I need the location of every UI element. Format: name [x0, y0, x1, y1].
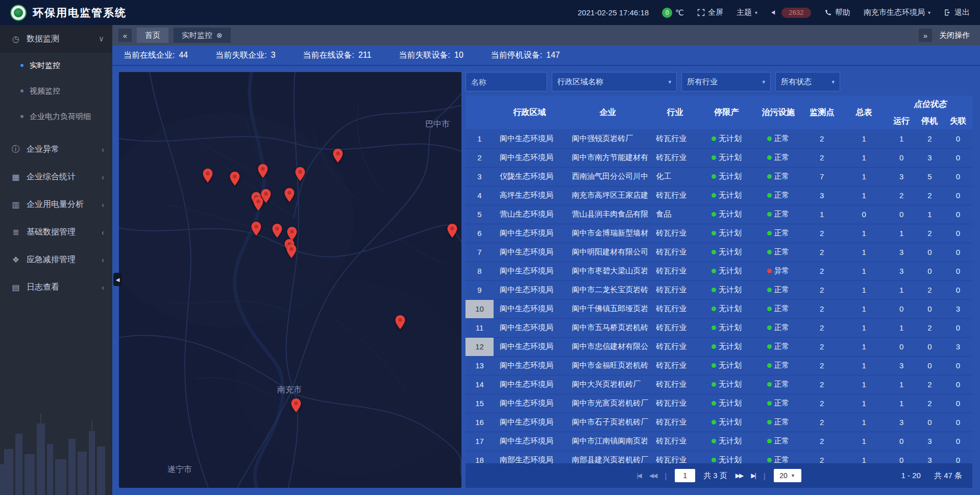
map-pin-icon[interactable]: [229, 171, 240, 186]
sidebar-section-4[interactable]: ≣基础数据管理‹: [0, 218, 112, 246]
table-row[interactable]: 12阆中生态环境局阆中市忠信建材有限公砖瓦行业无计划正常21003: [465, 337, 972, 356]
stat-item: 当前失联设备:10: [399, 50, 463, 61]
table-row[interactable]: 16阆中生态环境局阆中市石子页岩机砖厂砖瓦行业无计划正常21300: [465, 413, 972, 432]
sidebar-item-0-2[interactable]: 企业电力负荷明细: [0, 104, 112, 129]
table-row[interactable]: 10阆中生态环境局阆中千佛镇五郎垭页岩砖瓦行业无计划正常21003: [465, 299, 972, 318]
first-page-button[interactable]: |◀: [636, 472, 641, 479]
sidebar-section-5[interactable]: ❖应急减排管理‹: [0, 246, 112, 273]
help-button[interactable]: 帮助: [824, 8, 850, 17]
tabs-scroll-left-button[interactable]: «: [118, 29, 132, 42]
map-pin-icon[interactable]: [251, 221, 262, 236]
region-filter-select[interactable]: 行政区域名称 ▾: [552, 72, 677, 91]
table-row[interactable]: 13阆中生态环境局阆中市金福旺页岩机砖砖瓦行业无计划正常21300: [465, 356, 972, 375]
cell-company: 阆中市南方节能建材有: [566, 148, 650, 167]
fullscreen-button[interactable]: 全屏: [697, 8, 723, 17]
table-row[interactable]: 9阆中生态环境局阆中市二龙长宝页岩砖砖瓦行业无计划正常21120: [465, 280, 972, 299]
sidebar-section-label: 基础数据管理: [27, 227, 76, 238]
cell-meters: 1: [841, 356, 888, 375]
page-number-input[interactable]: [675, 469, 695, 482]
cell-points: 2: [803, 337, 841, 356]
sidebar-section-1[interactable]: ⓘ企业异常‹: [0, 135, 112, 163]
logout-button[interactable]: 退出: [944, 8, 970, 17]
map-pin-icon[interactable]: [272, 223, 283, 238]
row-index: 5: [465, 205, 494, 224]
sidebar-section-2[interactable]: ▦企业综合统计‹: [0, 163, 112, 191]
cell-stop-status: 无计划: [700, 318, 753, 337]
cell-meters: 1: [841, 148, 888, 167]
map-pin-icon[interactable]: [447, 223, 458, 238]
cell-region: 营山生态环境局: [494, 205, 566, 224]
cell-industry: 砖瓦行业: [650, 262, 700, 280]
chevron-icon: ‹: [102, 283, 104, 292]
table-row[interactable]: 4高坪生态环境局南充市高坪区王家店建砖瓦行业无计划正常31220: [465, 186, 972, 205]
map-pin-icon[interactable]: [395, 315, 406, 329]
close-operations-button[interactable]: 关闭操作: [939, 31, 970, 40]
map-panel[interactable]: 巴中市南充市遂宁市: [119, 72, 461, 488]
table-row[interactable]: 6阆中生态环境局阆中市金博瑞新型墙材砖瓦行业无计划正常21120: [465, 224, 972, 243]
status-dot-icon: [767, 136, 772, 141]
cell-points: 2: [803, 451, 841, 463]
table-row[interactable]: 18南部生态环境局南部县建兴页岩机砖厂砖瓦行业无计划正常21030: [465, 451, 972, 463]
cell-stopped: 0: [916, 356, 944, 375]
cell-points: 2: [803, 413, 841, 432]
sidebar-section-6[interactable]: ▤日志查看‹: [0, 273, 112, 301]
cell-region: 阆中生态环境局: [494, 356, 566, 375]
map-collapse-handle[interactable]: ◀: [113, 273, 122, 286]
industry-filter-select[interactable]: 所有行业 ▾: [681, 72, 771, 91]
table-row[interactable]: 11阆中生态环境局阆中市五马桥页岩机砖砖瓦行业无计划正常21120: [465, 318, 972, 337]
table-row[interactable]: 14阆中生态环境局阆中大兴页岩机砖厂砖瓦行业无计划正常21120: [465, 375, 972, 394]
map-pin-icon[interactable]: [257, 163, 268, 178]
sidebar-section-0[interactable]: ◷数据监测∨: [0, 25, 112, 53]
tab-home[interactable]: 首页: [137, 28, 168, 43]
status-dot-icon: [712, 363, 716, 368]
map-pin-icon[interactable]: [286, 244, 297, 258]
tabs-scroll-right-button[interactable]: »: [919, 29, 932, 42]
announcement-button[interactable]: 2632: [771, 8, 811, 18]
col-index: [465, 96, 494, 129]
page-size-select[interactable]: 20 ▼: [774, 469, 801, 482]
status-dot-icon: [767, 439, 772, 443]
cell-points: 3: [803, 186, 841, 205]
status-dot-icon: [712, 439, 716, 443]
cell-stop-status: 无计划: [700, 299, 753, 318]
status-dot-icon: [767, 212, 772, 217]
map-pin-icon[interactable]: [284, 187, 295, 202]
theme-dropdown[interactable]: 主题 ▾: [737, 8, 757, 17]
prev-page-button[interactable]: ◀◀: [649, 472, 656, 479]
last-page-button[interactable]: ▶|: [751, 472, 755, 479]
status-filter-select[interactable]: 所有状态 ▾: [775, 72, 840, 91]
close-tab-icon[interactable]: ⊗: [216, 31, 223, 39]
table-row[interactable]: 7阆中生态环境局阆中明阳建材有限公司砖瓦行业无计划正常21300: [465, 243, 972, 262]
table-row[interactable]: 15阆中生态环境局阆中市光富页岩机砖厂砖瓦行业无计划正常21120: [465, 394, 972, 413]
tab-realtime-monitor[interactable]: 实时监控 ⊗: [174, 28, 231, 43]
map-pin-icon[interactable]: [290, 398, 302, 413]
map-pin-icon[interactable]: [202, 168, 213, 183]
sidebar-item-0-0[interactable]: 实时监控: [0, 53, 112, 78]
cell-company: 阆中市金博瑞新型墙材: [566, 224, 650, 243]
org-dropdown[interactable]: 南充市生态环境局 ▾: [864, 8, 930, 17]
status-dot-icon: [767, 288, 772, 292]
table-row[interactable]: 8阆中生态环境局阆中市枣碧大梁山页岩砖瓦行业无计划异常21300: [465, 262, 972, 280]
cell-company: 阆中市石子页岩机砖厂: [566, 413, 650, 432]
status-dot-icon: [767, 174, 772, 179]
sidebar-item-0-1[interactable]: 视频监控: [0, 78, 112, 104]
table-row[interactable]: 5营山生态环境局营山县润丰肉食品有限食品无计划正常10010: [465, 205, 972, 224]
col-region: 行政区域: [494, 96, 566, 129]
table-row[interactable]: 3仪陇生态环境局西南油气田分公司川中化工无计划正常71350: [465, 167, 972, 186]
map-pin-icon[interactable]: [295, 167, 306, 181]
cell-meters: 1: [841, 186, 888, 205]
sidebar-section-label: 企业综合统计: [27, 172, 76, 182]
cell-lost: 0: [944, 243, 972, 262]
name-filter-input[interactable]: [465, 72, 547, 91]
map-pin-icon[interactable]: [332, 148, 344, 163]
table-row[interactable]: 1阆中生态环境局阆中强锐页岩砖厂砖瓦行业无计划正常21120: [465, 129, 972, 148]
cell-stop-status: 无计划: [700, 224, 753, 243]
map-pin-icon[interactable]: [253, 196, 264, 211]
next-page-button[interactable]: ▶▶: [736, 472, 743, 479]
table-row[interactable]: 2阆中生态环境局阆中市南方节能建材有砖瓦行业无计划正常21030: [465, 148, 972, 167]
sidebar-section-3[interactable]: ▥企业用电量分析‹: [0, 191, 112, 218]
table-row[interactable]: 17阆中生态环境局阆中市江南镇阆南页岩砖瓦行业无计划正常21030: [465, 432, 972, 451]
cell-lost: 0: [944, 356, 972, 375]
cell-lost: 0: [944, 432, 972, 451]
stat-value: 10: [454, 51, 463, 60]
